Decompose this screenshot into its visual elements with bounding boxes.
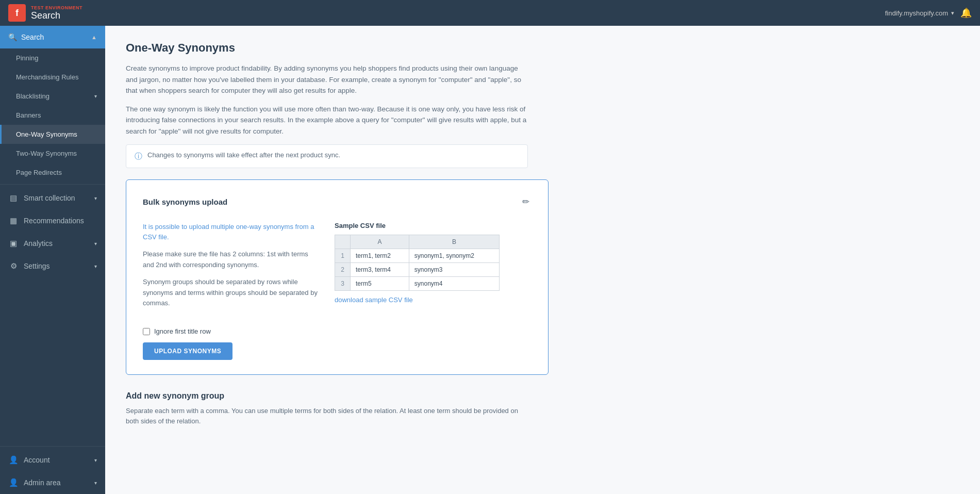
sidebar-search-section[interactable]: 🔍 Search ▲ [0, 26, 105, 48]
csv-row-3: 3 term5 synonym4 [335, 276, 500, 290]
chevron-right-icon: ▾ [94, 241, 97, 246]
instruction-2: Please make sure the file has 2 columns:… [143, 249, 318, 271]
layout: 🔍 Search ▲ Pinning Merchandising Rules B… [0, 26, 980, 494]
analytics-icon: ▣ [8, 239, 19, 248]
chevron-up-icon: ▲ [91, 34, 97, 40]
sidebar-item-admin[interactable]: 👤 Admin area ▾ [0, 471, 105, 494]
bulk-card-body: It is possible to upload multiple one-wa… [143, 222, 531, 316]
chevron-right-icon: ▾ [94, 195, 97, 201]
sidebar-item-two-way-synonyms[interactable]: Two-Way Synonyms [0, 144, 105, 163]
admin-icon: 👤 [8, 478, 19, 487]
main-content: One-Way Synonyms Create synonyms to impr… [105, 26, 980, 494]
bulk-instructions: It is possible to upload multiple one-wa… [143, 222, 318, 316]
logo-icon: f [8, 4, 26, 22]
sidebar-item-banners[interactable]: Banners [0, 106, 105, 125]
header-right: findify.myshopify.com ▾ 🔔 [885, 7, 972, 19]
sidebar-item-blacklisting[interactable]: Blacklisting ▾ [0, 87, 105, 106]
csv-sample-label: Sample CSV file [335, 222, 531, 229]
bell-icon[interactable]: 🔔 [960, 7, 972, 19]
sidebar: 🔍 Search ▲ Pinning Merchandising Rules B… [0, 26, 105, 494]
description-paragraph-2: The one way synonym is likely the functi… [126, 104, 528, 137]
chevron-right-icon: ▾ [94, 457, 97, 463]
store-name: findify.myshopify.com [885, 9, 948, 17]
description-paragraph-1: Create synonyms to improve product finda… [126, 63, 528, 96]
test-env-label: TEST ENVIRONMENT [31, 5, 82, 10]
chevron-right-icon: ▾ [94, 93, 97, 99]
bulk-card-header: Bulk synonyms upload ✏ [143, 194, 531, 209]
info-box-text: Changes to synonyms will take effect aft… [147, 151, 340, 159]
settings-icon: ⚙ [8, 261, 19, 271]
add-synonym-section: Add new synonym group Separate each term… [126, 391, 959, 426]
recommendations-icon: ▦ [8, 216, 19, 225]
sidebar-item-smart-collection[interactable]: ▤ Smart collection ▾ [0, 187, 105, 209]
csv-sample: Sample CSV file A B 1 te [335, 222, 531, 316]
csv-table: A B 1 term1, term2 synonym1, synonym2 [335, 235, 500, 291]
store-selector[interactable]: findify.myshopify.com ▾ [885, 9, 954, 17]
header-left: f TEST ENVIRONMENT Search [8, 4, 82, 22]
search-nav-icon: 🔍 [8, 33, 17, 41]
sidebar-item-page-redirects[interactable]: Page Redirects [0, 163, 105, 182]
add-synonym-title: Add new synonym group [126, 391, 959, 401]
csv-header-empty [335, 235, 351, 249]
sidebar-bottom: 👤 Account ▾ 👤 Admin area ▾ [0, 444, 105, 494]
sidebar-item-recommendations[interactable]: ▦ Recommendations [0, 209, 105, 232]
sidebar-item-merchandising[interactable]: Merchandising Rules [0, 68, 105, 87]
sidebar-item-pinning[interactable]: Pinning [0, 48, 105, 68]
csv-header-a: A [351, 235, 409, 249]
ignore-title-label[interactable]: Ignore first title row [154, 327, 211, 335]
divider-bottom [0, 446, 105, 447]
divider [0, 184, 105, 185]
csv-cell-3b: synonym4 [409, 276, 499, 290]
sidebar-item-settings[interactable]: ⚙ Settings ▾ [0, 255, 105, 277]
edit-icon-button[interactable]: ✏ [520, 194, 531, 209]
csv-cell-3a: term5 [351, 276, 409, 290]
csv-rownum-1: 1 [335, 249, 351, 262]
info-icon: ⓘ [135, 152, 142, 161]
csv-cell-2b: synonym3 [409, 262, 499, 276]
sidebar-item-account[interactable]: 👤 Account ▾ [0, 449, 105, 471]
chevron-down-icon: ▾ [951, 10, 954, 17]
csv-row-2: 2 term3, term4 synonym3 [335, 262, 500, 276]
csv-cell-1a: term1, term2 [351, 249, 409, 262]
sidebar-item-analytics[interactable]: ▣ Analytics ▾ [0, 232, 105, 255]
csv-cell-2a: term3, term4 [351, 262, 409, 276]
sidebar-search-label: Search [21, 33, 44, 41]
ignore-title-checkbox[interactable] [143, 328, 150, 335]
bulk-card-title: Bulk synonyms upload [143, 197, 227, 206]
csv-header-b: B [409, 235, 499, 249]
instruction-3: Synonym groups should be separated by ro… [143, 277, 318, 309]
ignore-title-row-row: Ignore first title row [143, 327, 531, 335]
header-app-title: Search [31, 10, 82, 21]
csv-cell-1b: synonym1, synonym2 [409, 249, 499, 262]
sidebar-item-one-way-synonyms[interactable]: One-Way Synonyms [0, 125, 105, 144]
info-box: ⓘ Changes to synonyms will take effect a… [126, 144, 528, 168]
bulk-synonyms-card: Bulk synonyms upload ✏ It is possible to… [126, 179, 549, 375]
page-title: One-Way Synonyms [126, 41, 959, 55]
chevron-right-icon: ▾ [94, 264, 97, 269]
top-header: f TEST ENVIRONMENT Search findify.myshop… [0, 0, 980, 26]
account-icon: 👤 [8, 455, 19, 465]
add-synonym-description: Separate each term with a comma. You can… [126, 406, 528, 426]
csv-rownum-3: 3 [335, 276, 351, 290]
csv-row-1: 1 term1, term2 synonym1, synonym2 [335, 249, 500, 262]
chevron-right-icon: ▾ [94, 480, 97, 486]
bulk-card-footer: Ignore first title row UPLOAD SYNONYMS [143, 327, 531, 360]
smart-collection-icon: ▤ [8, 193, 19, 203]
download-csv-link[interactable]: download sample CSV file [335, 296, 531, 304]
instruction-1: It is possible to upload multiple one-wa… [143, 222, 318, 243]
header-title-block: TEST ENVIRONMENT Search [31, 5, 82, 21]
csv-rownum-2: 2 [335, 262, 351, 276]
upload-synonyms-button[interactable]: UPLOAD SYNONYMS [143, 342, 232, 360]
